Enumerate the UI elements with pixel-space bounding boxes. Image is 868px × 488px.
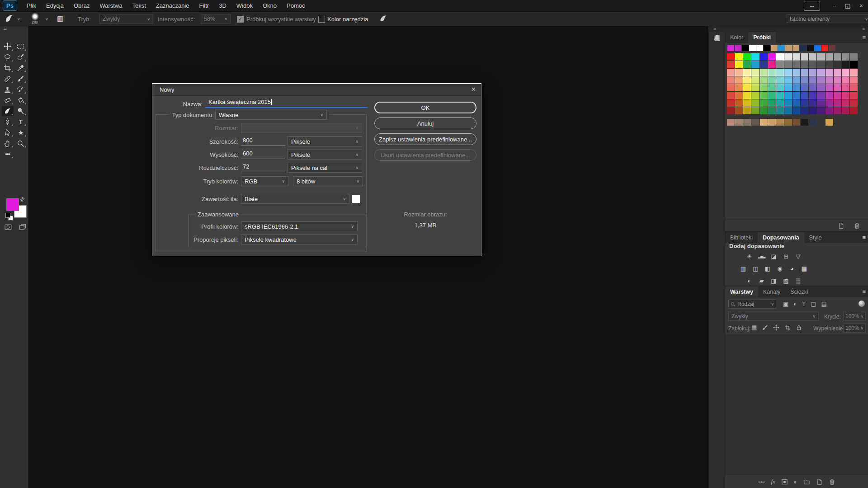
filter-type-layers-icon[interactable]: T <box>802 300 806 307</box>
swatch[interactable] <box>842 61 849 68</box>
default-colors-icon[interactable] <box>5 213 10 218</box>
adjustment-invert-icon[interactable]: ◐ <box>745 277 754 285</box>
dialog-title-bar[interactable]: Nowy × <box>152 84 481 96</box>
swatch[interactable] <box>842 53 849 61</box>
eyedropper-tool[interactable] <box>15 63 27 73</box>
panel-menu-icon[interactable]: ≡ <box>862 234 866 241</box>
workspace-selector-dropdown[interactable]: Istotne elementy∨ <box>787 14 868 23</box>
adjustment-brightness-contrast-icon[interactable]: ☀ <box>745 252 754 260</box>
swatch[interactable] <box>760 69 768 76</box>
minimize-button[interactable]: – <box>827 2 841 9</box>
layer-effects-button[interactable]: fx <box>771 478 775 485</box>
adjustment-vibrance-icon[interactable]: ▽ <box>794 252 802 260</box>
swatch[interactable] <box>776 53 784 61</box>
cancel-button[interactable]: Anuluj <box>374 117 476 129</box>
swatch[interactable] <box>801 61 808 68</box>
swatch[interactable] <box>735 119 743 126</box>
swatch[interactable] <box>735 107 743 114</box>
history-brush-tool[interactable] <box>15 84 27 94</box>
resolution-input[interactable]: 72 <box>241 163 285 172</box>
clone-stamp-tool[interactable] <box>2 84 14 94</box>
swatch[interactable] <box>735 92 743 99</box>
swatch[interactable] <box>735 84 743 91</box>
filter-adjustment-layers-icon[interactable]: ◐ <box>793 300 797 307</box>
swatch[interactable] <box>817 69 825 76</box>
filter-shape-layers-icon[interactable]: ▢ <box>811 300 816 307</box>
swatch[interactable] <box>800 45 807 51</box>
mode-dropdown[interactable]: Zwykły∨ <box>99 14 153 24</box>
swatch[interactable] <box>743 53 751 61</box>
swatch[interactable] <box>814 45 821 51</box>
swatch[interactable] <box>727 76 735 84</box>
swatch[interactable] <box>850 84 858 91</box>
swatch[interactable] <box>784 99 792 107</box>
swatch[interactable] <box>834 107 841 114</box>
swatch[interactable] <box>836 45 843 51</box>
swatch[interactable] <box>850 61 858 68</box>
swatch[interactable] <box>776 84 784 91</box>
paint-bucket-tool[interactable] <box>15 95 27 105</box>
arrange-documents-icon[interactable]: ↔ <box>804 1 820 11</box>
swatch[interactable] <box>760 61 768 68</box>
link-layers-button[interactable] <box>758 479 765 485</box>
filter-pixel-layers-icon[interactable]: ▣ <box>783 300 788 307</box>
swatch[interactable] <box>826 69 833 76</box>
lock-all-icon[interactable] <box>796 324 802 331</box>
menu-plik[interactable]: Plik <box>22 0 41 11</box>
swatch[interactable] <box>727 99 735 107</box>
adjustment-exposure-icon[interactable]: ⊞ <box>782 252 790 260</box>
zoom-tool[interactable] <box>15 138 27 148</box>
height-input[interactable]: 600 <box>241 150 285 159</box>
swatch[interactable] <box>801 107 808 114</box>
lock-pixels-icon[interactable] <box>762 324 768 331</box>
bit-depth-dropdown[interactable]: 8 bitów∨ <box>293 176 363 186</box>
tab-kolor[interactable]: Kolor <box>725 32 748 43</box>
color-mode-dropdown[interactable]: RGB∨ <box>241 176 288 186</box>
swatch[interactable] <box>801 92 808 99</box>
lock-transparency-icon[interactable]: ▦ <box>751 324 757 331</box>
swatch[interactable] <box>784 107 792 114</box>
panel-menu-icon[interactable]: ≡ <box>862 288 866 295</box>
swatch[interactable] <box>751 76 759 84</box>
save-preset-button[interactable]: Zapisz ustawienia predefiniowane... <box>374 133 476 145</box>
swatch[interactable] <box>817 53 825 61</box>
background-contents-dropdown[interactable]: Białe∨ <box>241 194 349 204</box>
swatch[interactable] <box>743 84 751 91</box>
layers-list-empty[interactable] <box>725 334 868 474</box>
swatch[interactable] <box>850 107 858 114</box>
swatch[interactable] <box>743 99 751 107</box>
name-input[interactable]: Kartka świąteczna 2015 <box>205 99 368 108</box>
quick-mask-mode-icon[interactable] <box>4 223 13 231</box>
swatch[interactable] <box>826 76 833 84</box>
delete-swatch-button[interactable] <box>854 222 860 229</box>
swatch[interactable] <box>842 84 849 91</box>
swatch[interactable] <box>817 84 825 91</box>
menu-edycja[interactable]: Edycja <box>41 0 69 11</box>
restore-button[interactable]: ◱ <box>841 2 854 9</box>
swatch[interactable] <box>727 53 735 61</box>
swatch[interactable] <box>784 69 792 76</box>
swatch[interactable] <box>768 119 776 126</box>
swatch[interactable] <box>768 76 776 84</box>
swatch[interactable] <box>768 99 776 107</box>
layer-filter-dropdown[interactable]: Rodzaj ∨ <box>728 300 776 309</box>
swatch[interactable] <box>793 84 800 91</box>
adjustment-hue-saturation-icon[interactable]: ▥ <box>739 264 747 272</box>
swatch[interactable] <box>793 53 800 61</box>
swatch[interactable] <box>801 84 808 91</box>
swatch[interactable] <box>743 119 751 126</box>
swatch[interactable] <box>768 53 776 61</box>
swatch[interactable] <box>735 69 743 76</box>
swatch[interactable] <box>760 76 768 84</box>
tab-biblioteki[interactable]: Biblioteki <box>725 232 758 243</box>
swatch[interactable] <box>742 45 749 51</box>
swatch[interactable] <box>751 119 759 126</box>
swatch[interactable] <box>826 53 833 61</box>
sample-all-layers-checkbox[interactable]: ✓ <box>237 16 244 23</box>
swatch[interactable] <box>826 92 833 99</box>
swatch[interactable] <box>768 61 776 68</box>
layer-filtering-toggle[interactable] <box>859 300 865 307</box>
eraser-tool[interactable] <box>2 95 14 105</box>
swatch[interactable] <box>751 69 759 76</box>
menu-warstwa[interactable]: Warstwa <box>94 0 127 11</box>
